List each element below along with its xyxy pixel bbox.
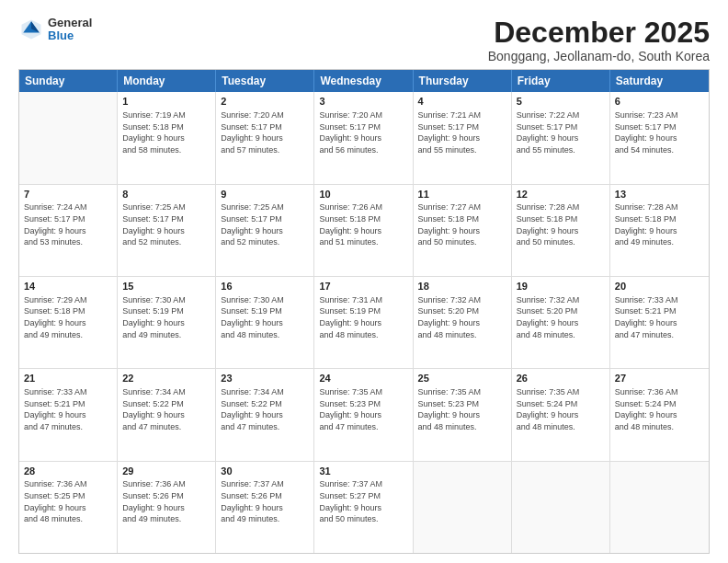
- cell-info-line: Daylight: 9 hours: [319, 502, 407, 514]
- day-number: 20: [615, 280, 704, 293]
- cal-cell: 3Sunrise: 7:20 AMSunset: 5:17 PMDaylight…: [314, 92, 413, 183]
- cell-info-line: Sunrise: 7:24 AM: [24, 201, 112, 213]
- cal-cell: 23Sunrise: 7:34 AMSunset: 5:22 PMDayligh…: [216, 369, 314, 460]
- cell-info-line: Sunrise: 7:34 AM: [221, 386, 309, 398]
- cell-info-line: Daylight: 9 hours: [221, 225, 309, 237]
- cell-info-line: Daylight: 9 hours: [122, 317, 210, 329]
- cal-cell: [610, 462, 709, 553]
- cal-cell: 21Sunrise: 7:33 AMSunset: 5:21 PMDayligh…: [19, 369, 118, 460]
- cell-info-line: Daylight: 9 hours: [418, 132, 506, 144]
- cell-info-line: and 52 minutes.: [122, 236, 210, 248]
- location: Bonggang, Jeollanam-do, South Korea: [488, 49, 710, 63]
- cell-info-line: and 48 minutes.: [517, 329, 605, 341]
- cal-cell: 12Sunrise: 7:28 AMSunset: 5:18 PMDayligh…: [512, 185, 610, 276]
- cell-info-line: Daylight: 9 hours: [418, 225, 506, 237]
- cell-info-line: Daylight: 9 hours: [122, 132, 210, 144]
- cell-info-line: Daylight: 9 hours: [122, 502, 210, 514]
- cell-info-line: Sunset: 5:23 PM: [418, 398, 506, 410]
- cal-row-3: 14Sunrise: 7:29 AMSunset: 5:18 PMDayligh…: [19, 277, 709, 369]
- cell-info-line: and 50 minutes.: [517, 236, 605, 248]
- day-number: 1: [122, 95, 210, 109]
- cell-info-line: Daylight: 9 hours: [221, 502, 309, 514]
- cell-info-line: and 47 minutes.: [615, 329, 704, 341]
- cell-info-line: and 49 minutes.: [615, 236, 704, 248]
- header-sunday: Sunday: [19, 70, 118, 92]
- cell-info-line: Sunset: 5:19 PM: [319, 305, 407, 317]
- cell-info-line: Sunset: 5:24 PM: [517, 398, 605, 410]
- cell-info-line: Sunrise: 7:22 AM: [517, 109, 605, 121]
- cell-info-line: Daylight: 9 hours: [122, 409, 210, 421]
- header-monday: Monday: [118, 70, 216, 92]
- cell-info-line: Sunrise: 7:33 AM: [24, 386, 112, 398]
- cell-info-line: Sunset: 5:17 PM: [517, 121, 605, 133]
- cell-info-line: Sunrise: 7:36 AM: [615, 386, 704, 398]
- day-number: 13: [615, 188, 704, 201]
- cell-info-line: Daylight: 9 hours: [615, 317, 704, 329]
- day-number: 17: [319, 280, 407, 293]
- cell-info-line: Sunset: 5:19 PM: [122, 305, 210, 317]
- cell-info-line: Sunrise: 7:34 AM: [122, 386, 210, 398]
- cell-info-line: Sunset: 5:18 PM: [24, 305, 112, 317]
- cell-info-line: Sunrise: 7:36 AM: [122, 478, 210, 490]
- cell-info-line: and 49 minutes.: [122, 513, 210, 525]
- day-number: 9: [221, 188, 309, 201]
- day-number: 26: [517, 372, 605, 385]
- cell-info-line: Sunrise: 7:32 AM: [418, 294, 506, 306]
- cell-info-line: Sunset: 5:17 PM: [418, 121, 506, 133]
- cell-info-line: Sunrise: 7:20 AM: [221, 109, 309, 121]
- day-number: 22: [122, 372, 210, 385]
- cell-info-line: and 47 minutes.: [221, 421, 309, 433]
- cal-cell: 11Sunrise: 7:27 AMSunset: 5:18 PMDayligh…: [414, 185, 512, 276]
- cell-info-line: Sunset: 5:26 PM: [122, 490, 210, 502]
- cal-cell: 22Sunrise: 7:34 AMSunset: 5:22 PMDayligh…: [118, 369, 216, 460]
- header-friday: Friday: [512, 70, 610, 92]
- cell-info-line: Sunset: 5:24 PM: [615, 398, 704, 410]
- cell-info-line: Sunset: 5:19 PM: [221, 305, 309, 317]
- cell-info-line: Sunrise: 7:37 AM: [221, 478, 309, 490]
- cell-info-line: Daylight: 9 hours: [418, 317, 506, 329]
- day-number: 18: [418, 280, 506, 293]
- cal-cell: 17Sunrise: 7:31 AMSunset: 5:19 PMDayligh…: [314, 277, 413, 368]
- day-number: 30: [221, 465, 309, 478]
- cell-info-line: and 48 minutes.: [615, 421, 704, 433]
- cell-info-line: Daylight: 9 hours: [319, 317, 407, 329]
- day-number: 29: [122, 465, 210, 478]
- day-number: 7: [24, 188, 112, 201]
- cell-info-line: and 57 minutes.: [221, 144, 309, 156]
- cell-info-line: Sunset: 5:21 PM: [24, 398, 112, 410]
- cell-info-line: Sunrise: 7:30 AM: [221, 294, 309, 306]
- cal-cell: 7Sunrise: 7:24 AMSunset: 5:17 PMDaylight…: [19, 185, 118, 276]
- cell-info-line: Sunset: 5:27 PM: [319, 490, 407, 502]
- logo-text: General Blue: [48, 17, 92, 43]
- cell-info-line: Daylight: 9 hours: [319, 409, 407, 421]
- day-number: 3: [319, 95, 407, 109]
- cell-info-line: and 48 minutes.: [24, 513, 112, 525]
- cell-info-line: Sunset: 5:18 PM: [122, 121, 210, 133]
- calendar: Sunday Monday Tuesday Wednesday Thursday…: [18, 69, 710, 554]
- cell-info-line: Daylight: 9 hours: [615, 225, 704, 237]
- header-saturday: Saturday: [610, 70, 709, 92]
- cell-info-line: Daylight: 9 hours: [319, 225, 407, 237]
- cal-cell: 27Sunrise: 7:36 AMSunset: 5:24 PMDayligh…: [610, 369, 709, 460]
- cell-info-line: and 47 minutes.: [24, 421, 112, 433]
- cal-cell: 19Sunrise: 7:32 AMSunset: 5:20 PMDayligh…: [512, 277, 610, 368]
- cell-info-line: and 55 minutes.: [517, 144, 605, 156]
- cell-info-line: Daylight: 9 hours: [24, 502, 112, 514]
- day-number: 10: [319, 188, 407, 201]
- cell-info-line: Daylight: 9 hours: [221, 132, 309, 144]
- cell-info-line: Daylight: 9 hours: [517, 409, 605, 421]
- cell-info-line: Daylight: 9 hours: [418, 409, 506, 421]
- cell-info-line: and 47 minutes.: [122, 421, 210, 433]
- logo-blue-text: Blue: [48, 29, 92, 42]
- month-title: December 2025: [488, 17, 710, 49]
- cell-info-line: Sunset: 5:18 PM: [418, 213, 506, 225]
- cal-cell: 9Sunrise: 7:25 AMSunset: 5:17 PMDaylight…: [216, 185, 314, 276]
- cell-info-line: Sunset: 5:17 PM: [24, 213, 112, 225]
- cell-info-line: Sunrise: 7:36 AM: [24, 478, 112, 490]
- cell-info-line: Sunrise: 7:30 AM: [122, 294, 210, 306]
- cell-info-line: and 48 minutes.: [418, 329, 506, 341]
- cell-info-line: and 55 minutes.: [418, 144, 506, 156]
- cell-info-line: Sunrise: 7:28 AM: [615, 201, 704, 213]
- cal-cell: 29Sunrise: 7:36 AMSunset: 5:26 PMDayligh…: [118, 462, 216, 553]
- cell-info-line: and 52 minutes.: [221, 236, 309, 248]
